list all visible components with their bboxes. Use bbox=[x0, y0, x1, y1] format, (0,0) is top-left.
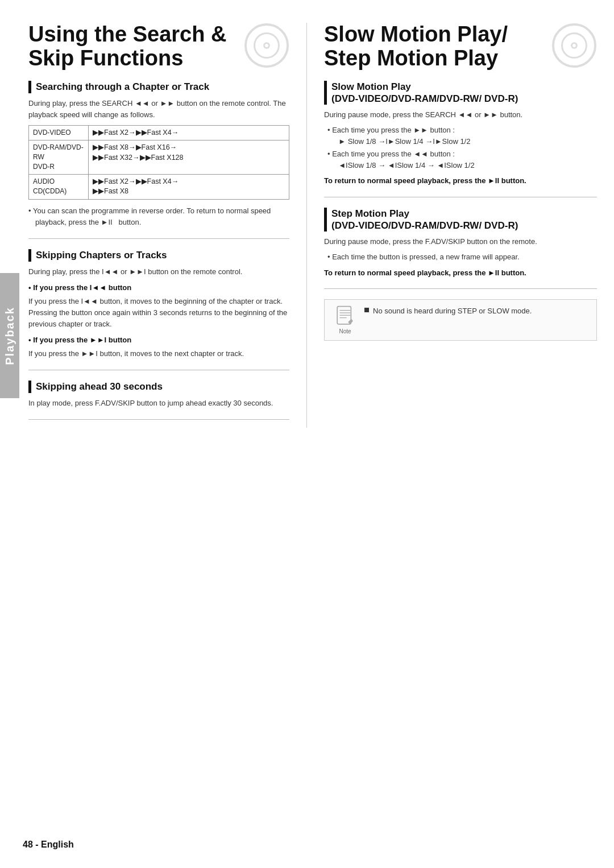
right-divider-1 bbox=[324, 197, 597, 197]
right-title-area: Slow Motion Play/ Step Motion Play bbox=[324, 23, 597, 71]
note-label: Note bbox=[339, 328, 351, 334]
left-s2-heading: Skipping Chapters or Tracks bbox=[28, 249, 289, 262]
left-s1-title: Searching through a Chapter or Track bbox=[36, 81, 209, 93]
left-title: Using the Search & Skip Functions bbox=[28, 23, 238, 71]
right-s2-bold-note: To return to normal speed playback, pres… bbox=[324, 267, 597, 279]
divider-3 bbox=[28, 419, 289, 420]
divider-1 bbox=[28, 238, 289, 239]
note-text: No sound is heard during STEP or SLOW mo… bbox=[373, 305, 532, 317]
right-s2-body: During pause mode, press the F.ADV/SKIP … bbox=[324, 236, 597, 247]
svg-point-3 bbox=[265, 44, 268, 47]
right-s1-subheading: (DVD-VIDEO/DVD-RAM/DVD-RW/ DVD-R) bbox=[331, 93, 518, 105]
left-s2-bold2: • If you press the ►►I button bbox=[28, 334, 289, 346]
table-cell-value: ▶▶Fast X2→▶▶Fast X4→▶▶Fast X8 bbox=[89, 174, 289, 199]
section-bar bbox=[28, 81, 31, 93]
divider-2 bbox=[28, 370, 289, 370]
table-cell-value: ▶▶Fast X2→▶▶Fast X4→ bbox=[89, 125, 289, 140]
section-bar bbox=[324, 208, 327, 232]
left-s2-text1: If you press the I◄◄ button, it moves to… bbox=[28, 296, 289, 330]
left-s1-body: During play, press the SEARCH ◄◄ or ►► b… bbox=[28, 98, 289, 121]
right-s1-title: Slow Motion Play bbox=[331, 81, 518, 93]
table-cell-value: ▶▶Fast X8→▶Fast X16→▶▶Fast X32→▶▶Fast X1… bbox=[89, 140, 289, 174]
note-square-icon bbox=[364, 308, 369, 312]
right-s2-bullet1: • Each time the button is pressed, a new… bbox=[324, 251, 597, 263]
table-cell-label: DVD-VIDEO bbox=[29, 125, 89, 140]
left-s2-body: During play, press the I◄◄ or ►►I button… bbox=[28, 266, 289, 278]
table-row: DVD-VIDEO ▶▶Fast X2→▶▶Fast X4→ bbox=[29, 125, 289, 140]
right-column: Slow Motion Play/ Step Motion Play Slow … bbox=[307, 23, 614, 428]
left-s1-bullet: • You can scan the programme in reverse … bbox=[28, 205, 289, 228]
left-column: Using the Search & Skip Functions Search… bbox=[23, 23, 307, 428]
left-s3-body: In play mode, press F.ADV/SKIP button to… bbox=[28, 398, 289, 409]
page-number-label: 48 - English bbox=[23, 840, 74, 849]
left-title-area: Using the Search & Skip Functions bbox=[28, 23, 289, 71]
note-icon bbox=[334, 305, 356, 327]
table-cell-label: AUDIO CD(CDDA) bbox=[29, 174, 89, 199]
section-bar bbox=[28, 249, 31, 262]
right-divider-2 bbox=[324, 288, 597, 289]
left-s2-bold1: • If you press the I◄◄ button bbox=[28, 282, 289, 294]
disc-icon-left bbox=[244, 23, 289, 68]
left-s3-heading: Skipping ahead 30 seconds bbox=[28, 381, 289, 393]
side-tab: Playback bbox=[0, 273, 19, 398]
left-s3-title: Skipping ahead 30 seconds bbox=[36, 381, 163, 392]
left-s1-heading: Searching through a Chapter or Track bbox=[28, 81, 289, 93]
right-s1-bold-note: To return to normal speed playback, pres… bbox=[324, 175, 597, 187]
table-cell-label: DVD-RAM/DVD-RWDVD-R bbox=[29, 140, 89, 174]
right-title: Slow Motion Play/ Step Motion Play bbox=[324, 23, 546, 71]
speed-table: DVD-VIDEO ▶▶Fast X2→▶▶Fast X4→ DVD-RAM/D… bbox=[28, 125, 289, 200]
right-s2-heading: Step Motion Play (DVD-VIDEO/DVD-RAM/DVD-… bbox=[324, 208, 597, 232]
side-tab-label: Playback bbox=[3, 307, 16, 365]
note-bullet: No sound is heard during STEP or SLOW mo… bbox=[364, 305, 588, 317]
page-footer: 48 - English bbox=[23, 840, 74, 850]
section-bar bbox=[28, 381, 31, 393]
right-s1-bullet2: • Each time you press the ◄◄ button : ◄I… bbox=[324, 148, 597, 171]
right-s2-title: Step Motion Play bbox=[331, 208, 518, 220]
table-row: AUDIO CD(CDDA) ▶▶Fast X2→▶▶Fast X4→▶▶Fas… bbox=[29, 174, 289, 199]
svg-point-7 bbox=[572, 44, 576, 47]
note-icon-area: Note bbox=[333, 305, 358, 334]
page-container: Playback Using the Search & Skip Functio… bbox=[0, 0, 614, 868]
table-row: DVD-RAM/DVD-RWDVD-R ▶▶Fast X8→▶Fast X16→… bbox=[29, 140, 289, 174]
section-bar bbox=[324, 81, 327, 105]
right-s2-subheading: (DVD-VIDEO/DVD-RAM/DVD-RW/ DVD-R) bbox=[331, 220, 518, 232]
left-s2-title: Skipping Chapters or Tracks bbox=[36, 249, 167, 261]
disc-icon-right bbox=[551, 23, 597, 68]
left-s2-text2: If you press the ►►I button, it moves to… bbox=[28, 348, 289, 359]
note-content: No sound is heard during STEP or SLOW mo… bbox=[364, 305, 588, 317]
note-box: Note No sound is heard during STEP or SL… bbox=[324, 299, 597, 341]
right-s1-bullet1: • Each time you press the ►► button : ► … bbox=[324, 125, 597, 147]
right-s1-body: During pause mode, press the SEARCH ◄◄ o… bbox=[324, 109, 597, 121]
right-s1-heading: Slow Motion Play (DVD-VIDEO/DVD-RAM/DVD-… bbox=[324, 81, 597, 105]
